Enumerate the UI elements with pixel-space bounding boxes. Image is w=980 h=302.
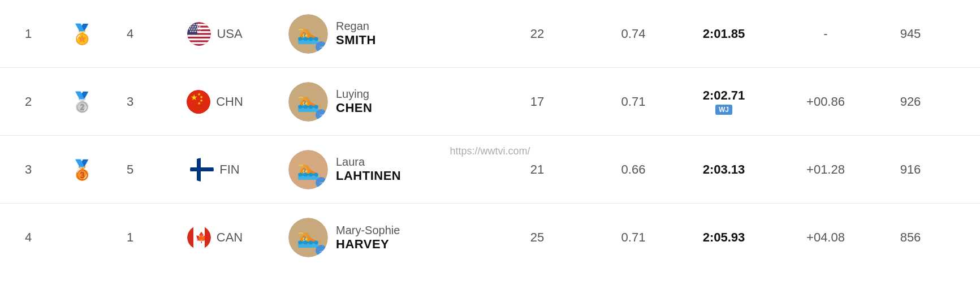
country-cell: ★ ★ ★ ★ ★ CHN <box>153 90 277 114</box>
reaction-cell: 21 <box>481 162 594 177</box>
athlete-first-name: Mary-Sophie <box>336 224 400 237</box>
athlete-last-name: HARVEY <box>336 237 389 252</box>
time-cell: 2:01.85 <box>673 27 775 41</box>
country-code: CAN <box>217 230 243 245</box>
bronze-medal-icon: 🥉 <box>70 158 94 181</box>
country-code: CHN <box>216 94 243 109</box>
fina-value: 945 <box>900 27 921 41</box>
athlete-last-name: SMITH <box>336 33 376 48</box>
medal-cell: 🥈 <box>57 90 107 113</box>
medal-cell: 🥉 <box>57 158 107 181</box>
table-row: 2 🥈 3 ★ ★ ★ ★ ★ CHN 🏊 → <box>0 68 980 136</box>
silver-medal-icon: 🥈 <box>70 90 94 113</box>
lane-value: 3 <box>127 94 133 109</box>
time-value: 2:05.93 <box>703 230 745 245</box>
pts-value: 0.71 <box>621 230 646 245</box>
reaction-cell: 17 <box>481 94 594 109</box>
lane-cell: 3 <box>107 94 153 109</box>
reaction-value: 21 <box>530 162 544 177</box>
athlete-first-name: Regan <box>336 20 369 33</box>
pts-value: 0.74 <box>621 27 646 41</box>
fina-value: 916 <box>900 162 921 177</box>
fina-value: 856 <box>900 230 921 245</box>
pts-value: 0.71 <box>621 94 646 109</box>
pts-value: 0.66 <box>621 162 646 177</box>
athlete-name: Regan SMITH <box>336 20 376 48</box>
athlete-last-name: LAHTINEN <box>336 169 401 183</box>
svg-rect-6 <box>187 34 211 36</box>
athlete-cell: 🏊 → Regan SMITH <box>277 14 481 54</box>
country-cell: FIN <box>153 158 277 182</box>
athlete-last-name: CHEN <box>336 101 372 115</box>
rank-cell: 3 <box>0 162 57 177</box>
lane-cell: 1 <box>107 230 153 245</box>
diff-cell: +04.08 <box>775 230 877 245</box>
country-flag: ★ ★ ★ ★ ★ <box>187 90 210 114</box>
country-flag <box>190 158 214 182</box>
athlete-name: Mary-Sophie HARVEY <box>336 224 400 252</box>
diff-cell: +00.86 <box>775 94 877 109</box>
athlete-cell: 🏊 → Luying CHEN <box>277 82 481 122</box>
rank-cell: 4 <box>0 230 57 245</box>
athlete-name: Laura LAHTINEN <box>336 156 401 183</box>
pts-cell: 0.66 <box>594 162 673 177</box>
fina-cell: 926 <box>877 94 944 109</box>
diff-cell: +01.28 <box>775 162 877 177</box>
fina-cell: 856 <box>877 230 944 245</box>
diff-value: +00.86 <box>806 94 845 109</box>
medal-cell: 🏅 <box>57 23 107 45</box>
country-cell: ★★★★★★ ★★★★★ ★★★★★★ ★★★★★ USA <box>153 22 277 46</box>
country-cell: 🍁 CAN <box>153 226 277 249</box>
results-table: 1 🏅 4 ★★★★★★ ★★★★★ <box>0 0 980 302</box>
time-cell: 2:02.71WJ <box>673 88 775 115</box>
rank-value: 3 <box>25 162 32 177</box>
table-row: 1 🏅 4 ★★★★★★ ★★★★★ <box>0 0 980 68</box>
athlete-photo: 🏊 → <box>288 218 328 257</box>
svg-rect-7 <box>187 38 211 40</box>
athlete-photo: 🏊 → <box>288 150 328 189</box>
svg-rect-8 <box>187 42 211 44</box>
athlete-photo: 🏊 → <box>288 82 328 122</box>
time-value: 2:01.85 <box>703 27 745 41</box>
country-code: USA <box>217 27 242 41</box>
rank-value: 4 <box>25 230 32 245</box>
diff-cell: - <box>775 27 877 41</box>
wj-badge: WJ <box>715 105 732 115</box>
time-value: 2:03.13 <box>703 162 745 177</box>
table-row: 4 1 🍁 CAN 🏊 → Mary-Sophie <box>0 204 980 271</box>
svg-text:★: ★ <box>197 101 201 105</box>
diff-value: +04.08 <box>806 230 845 245</box>
rank-value: 1 <box>25 27 32 41</box>
pts-cell: 0.74 <box>594 27 673 41</box>
reaction-value: 25 <box>530 230 544 245</box>
athlete-name: Luying CHEN <box>336 88 372 115</box>
country-flag: ★★★★★★ ★★★★★ ★★★★★★ ★★★★★ <box>187 22 211 46</box>
reaction-value: 22 <box>530 27 544 41</box>
lane-value: 5 <box>127 162 133 177</box>
reaction-value: 17 <box>530 94 544 109</box>
reaction-cell: 22 <box>481 27 594 41</box>
time-cell: 2:03.13 <box>673 162 775 177</box>
athlete-first-name: Laura <box>336 156 365 169</box>
diff-value: - <box>823 27 827 41</box>
time-value: 2:02.71 <box>703 88 745 103</box>
rank-cell: 2 <box>0 94 57 109</box>
lane-value: 1 <box>127 230 133 245</box>
country-flag: 🍁 <box>187 226 211 249</box>
fina-cell: 945 <box>877 27 944 41</box>
lane-cell: 5 <box>107 162 153 177</box>
pts-cell: 0.71 <box>594 94 673 109</box>
gold-medal-icon: 🏅 <box>70 23 94 45</box>
fina-value: 926 <box>900 94 921 109</box>
pts-cell: 0.71 <box>594 230 673 245</box>
svg-text:🍁: 🍁 <box>195 231 208 244</box>
lane-value: 4 <box>127 27 133 41</box>
lane-cell: 4 <box>107 27 153 41</box>
fina-cell: 916 <box>877 162 944 177</box>
athlete-cell: 🏊 → Mary-Sophie HARVEY <box>277 218 481 257</box>
svg-rect-26 <box>190 167 214 171</box>
country-code: FIN <box>219 162 239 177</box>
rank-cell: 1 <box>0 27 57 41</box>
diff-value: +01.28 <box>806 162 845 177</box>
athlete-cell: 🏊 → Laura LAHTINEN <box>277 150 481 189</box>
